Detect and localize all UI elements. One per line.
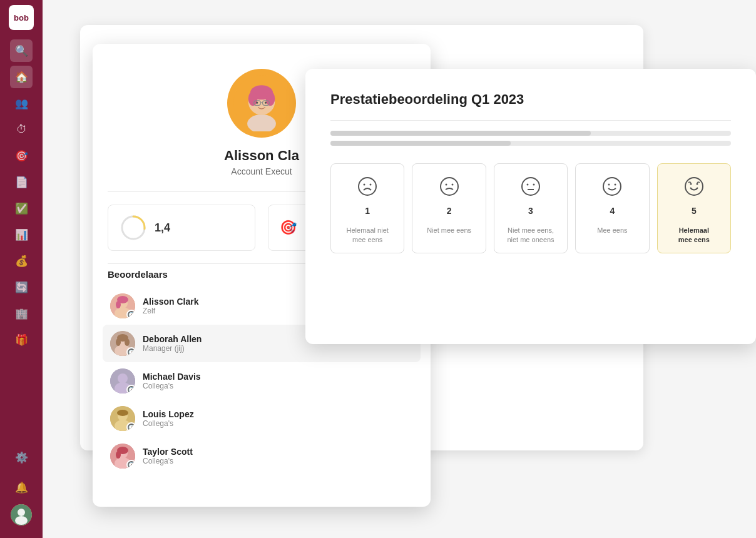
svg-point-2 [15,516,28,525]
sidebar-item-settings[interactable]: ⚙️ [10,446,33,469]
target-icon: 🎯 [280,220,297,236]
rating-emoji-1 [357,176,377,201]
rating-option-4[interactable]: 4 Mee eens [575,163,649,253]
sidebar-item-search[interactable]: 🔍 [10,39,33,62]
rating-option-2[interactable]: 2 Niet mee eens [412,163,486,253]
reviewer-role-deborah: Manager (jij) [143,344,202,353]
progress-bar-2-inner [330,141,511,146]
sidebar-item-home[interactable]: 🏠 [10,66,33,88]
svg-point-26 [125,338,130,346]
main-content: Alisson Cla Account Execut 1,4 🎯 Beoord [43,0,756,538]
reviewer-info-deborah: Deborah Allen Manager (jij) [143,334,202,353]
sidebar-user-avatar[interactable] [11,504,32,525]
svg-point-45 [522,178,539,195]
sidebar-item-people[interactable]: 👥 [10,92,33,114]
reviewer-avatar-michael: 🕐 [110,368,135,393]
profile-name: Alisson Cla [224,148,299,164]
svg-point-54 [696,183,698,185]
progress-bar-2-outer [330,141,731,146]
rating-label-1: Helemaal nietmee eens [347,226,389,245]
rating-option-5[interactable]: 5 Helemaalmee eens [657,163,731,253]
reviewer-name-deborah: Deborah Allen [143,334,202,344]
sidebar: bob 🔍 🏠 👥 ⏱ 🎯 📄 ✅ 📊 💰 🔄 🏢 🎁 ⚙️ 🔔 [0,0,43,538]
sidebar-item-workflows[interactable]: 🔄 [10,276,33,298]
rating-card: Prestatiebeoordeling Q1 2023 [305,69,756,344]
rating-emoji-2 [439,176,459,201]
svg-point-13 [265,102,267,104]
reviewer-avatar-louis: 🕐 [110,406,135,431]
svg-point-7 [248,91,258,106]
rating-number-3: 3 [528,206,533,216]
app-logo[interactable]: bob [9,5,34,30]
svg-point-47 [533,184,535,186]
svg-point-41 [370,184,372,186]
svg-point-28 [118,373,128,383]
rating-number-5: 5 [692,206,697,216]
rating-option-1[interactable]: 1 Helemaal nietmee eens [330,163,404,253]
rating-label-5: Helemaalmee eens [678,226,710,245]
reviewer-avatar-taylor: 🕐 [110,444,135,469]
svg-point-12 [256,102,258,104]
sidebar-item-performance[interactable]: 🎯 [10,145,33,167]
sidebar-item-notifications[interactable]: 🔔 [10,476,33,499]
sidebar-item-reports[interactable]: 📊 [10,223,33,246]
rating-label-2: Niet mee eens [427,226,471,235]
sidebar-item-time[interactable]: ⏱ [10,118,33,141]
progress-bar-1-outer [330,131,731,136]
profile-job-title: Account Execut [231,166,292,176]
svg-point-39 [359,178,376,195]
svg-point-8 [266,91,275,106]
rating-option-3[interactable]: 3 Niet mee eens,niet me oneens [494,163,568,253]
score-number: 1,4 [155,221,170,235]
clock-badge-michael: 🕐 [126,385,135,393]
reviewer-role-alisson: Zelf [143,307,198,315]
svg-point-42 [441,178,458,195]
reviewer-item-taylor[interactable]: 🕐 Taylor Scott Collega's [103,437,421,475]
clock-badge-alisson: 🕐 [126,310,135,318]
sidebar-item-tasks[interactable]: ✅ [10,197,33,220]
sidebar-item-finance[interactable]: 💰 [10,250,33,272]
sidebar-item-docs[interactable]: 📄 [10,171,33,193]
svg-point-50 [608,184,610,186]
rating-number-2: 2 [447,206,452,216]
svg-point-51 [615,184,616,186]
reviewer-role-taylor: Collega's [143,457,193,465]
reviewer-name-taylor: Taylor Scott [143,447,193,457]
rating-number-1: 1 [365,206,370,216]
reviewer-avatar-deborah: 🕐 [110,331,135,356]
rating-divider [330,120,731,121]
reviewer-name-alisson: Alisson Clark [143,297,198,307]
svg-point-49 [603,178,621,195]
reviewer-role-michael: Collega's [143,382,201,390]
svg-point-1 [18,509,25,516]
svg-point-20 [116,301,121,308]
reviewer-info-alisson: Alisson Clark Zelf [143,297,198,315]
sidebar-item-benefits[interactable]: 🎁 [10,328,33,351]
reviewer-item-louis[interactable]: 🕐 Louis Lopez Collega's [103,400,421,437]
clock-badge-louis: 🕐 [126,422,135,431]
rating-emoji-5 [684,176,704,201]
rating-number-4: 4 [610,206,615,216]
reviewer-info-louis: Louis Lopez Collega's [143,409,194,428]
svg-point-43 [445,184,447,186]
reviewer-name-michael: Michael Davis [143,372,201,382]
reviewer-info-michael: Michael Davis Collega's [143,372,201,390]
reviewer-info-taylor: Taylor Scott Collega's [143,447,193,465]
rating-label-4: Mee eens [597,226,627,235]
reviewer-name-louis: Louis Lopez [143,409,194,419]
rating-emoji-4 [602,176,622,201]
rating-label-3: Niet mee eens,niet me oneens [507,226,554,245]
reviewer-item-michael[interactable]: 🕐 Michael Davis Collega's [103,362,421,400]
progress-bars [330,131,731,146]
svg-point-53 [690,183,692,185]
svg-point-46 [527,184,529,186]
rating-title: Prestatiebeoordeling Q1 2023 [330,91,731,108]
score-stat: 1,4 [108,205,255,251]
clock-badge-deborah: 🕐 [126,347,135,356]
reviewer-avatar-alisson: 🕐 [110,293,135,318]
svg-point-25 [116,338,121,346]
sidebar-item-org[interactable]: 🏢 [10,302,33,325]
rating-options: 1 Helemaal nietmee eens 2 Niet mee eens [330,163,731,253]
svg-point-40 [364,184,365,186]
svg-point-52 [685,178,703,195]
